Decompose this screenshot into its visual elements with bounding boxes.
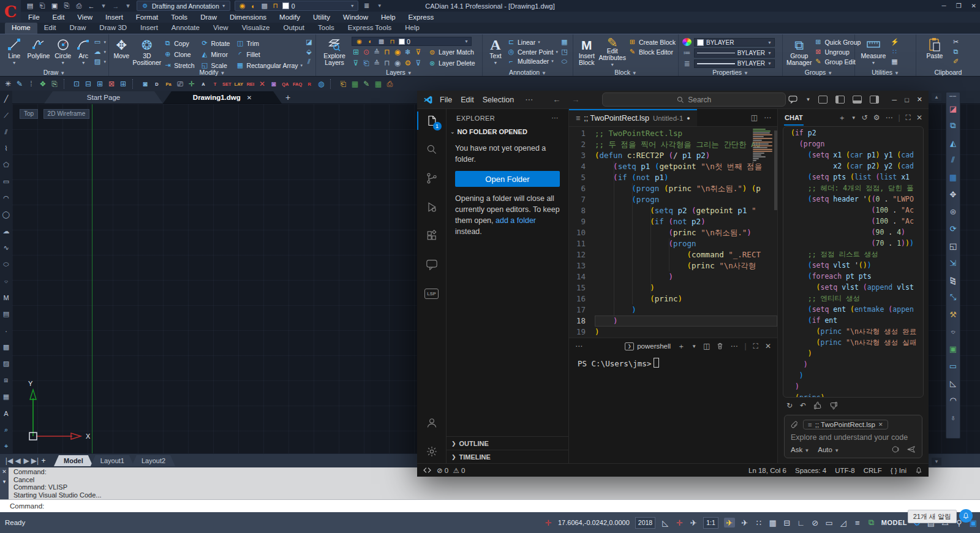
- redo-dropdown-icon[interactable]: ▾: [124, 1, 132, 11]
- text-style-icon[interactable]: ◳: [560, 48, 568, 56]
- chat-history-icon[interactable]: ↺: [862, 113, 868, 122]
- minimize-button[interactable]: ─: [942, 2, 946, 9]
- toggle-panel-icon[interactable]: [853, 96, 862, 104]
- ruler-icon[interactable]: ⊟: [783, 518, 791, 527]
- layer-freeze-icon[interactable]: ◐: [249, 1, 258, 11]
- split-editor-icon[interactable]: ◫: [751, 113, 758, 122]
- dynamic-input-icon[interactable]: ⧉: [867, 518, 876, 527]
- menu-item[interactable]: Edit: [53, 13, 65, 21]
- run-debug-icon[interactable]: [417, 199, 447, 215]
- menu-item[interactable]: Express: [409, 13, 434, 21]
- menu-item[interactable]: Modify: [279, 13, 300, 21]
- notifications-bell-icon[interactable]: [915, 467, 922, 474]
- draft-active-icon[interactable]: ✈: [724, 518, 735, 527]
- circle-button[interactable]: Circle▼: [52, 36, 74, 68]
- draw-tool-icon[interactable]: ▨: [2, 355, 10, 372]
- layer-dropdown[interactable]: ◉ ◐ ▩ ⊓ 0 ▼: [352, 37, 472, 46]
- lineweight-icon[interactable]: ≣: [682, 59, 692, 68]
- command-input[interactable]: Command:: [0, 499, 980, 512]
- lsp-extension-icon[interactable]: LSP: [417, 285, 447, 301]
- modify-tool-icon[interactable]: ◺: [949, 374, 957, 391]
- back-icon[interactable]: ←: [548, 95, 565, 104]
- toolbar-icon[interactable]: ✎: [15, 79, 24, 89]
- vscode-minimize-button[interactable]: ─: [892, 96, 897, 104]
- insert-block-button[interactable]: M Insert Block: [577, 36, 597, 68]
- draw-tool-icon[interactable]: ☁: [2, 223, 10, 240]
- toggle-sidebar-icon[interactable]: [835, 96, 845, 104]
- layer-tool-icon[interactable]: ≙: [372, 58, 381, 68]
- modify-tool-icon[interactable]: ⚒: [949, 306, 957, 323]
- terminal-instance[interactable]: ❯ powershell: [625, 342, 671, 350]
- draw-tool-icon[interactable]: ⫽: [2, 124, 10, 140]
- undo-icon[interactable]: ↶: [800, 401, 806, 410]
- tool-trim[interactable]: ◫Trim: [236, 38, 303, 48]
- regenerate-icon[interactable]: ↻: [786, 401, 793, 410]
- toolbar-grip[interactable]: ┅┅: [949, 94, 957, 100]
- remove-attachment-icon[interactable]: ✕: [878, 421, 883, 428]
- thumbs-up-icon[interactable]: [813, 401, 822, 410]
- close-icon[interactable]: ✕: [2, 469, 7, 475]
- ribbon-tab[interactable]: Draw: [63, 23, 93, 34]
- layer-combo[interactable]: ◉◐▩⊓ 0 ▼: [235, 1, 358, 11]
- voice-icon[interactable]: [891, 445, 900, 453]
- draw-tool-icon[interactable]: ⌖: [2, 438, 10, 455]
- layer-tool-icon[interactable]: ⊽: [352, 58, 360, 68]
- model-space-badge[interactable]: MODEL: [881, 518, 907, 527]
- tool-multileader[interactable]: ⌐Multileader▾: [507, 58, 558, 65]
- point-style-icon[interactable]: ∷: [891, 48, 899, 56]
- draw-tool-icon[interactable]: ╱: [2, 91, 10, 107]
- tool-rotate[interactable]: ⟳Rotate: [201, 38, 230, 48]
- vscode-restore-button[interactable]: □: [905, 96, 909, 104]
- toolbar-icon[interactable]: ⎘: [50, 79, 59, 89]
- chat-input-box[interactable]: ≡ ;; TwoPointRect.lsp ✕ Explore and unde…: [784, 415, 922, 458]
- explode-icon[interactable]: ⬙: [305, 48, 313, 56]
- layer-tool-icon[interactable]: ⊽: [414, 58, 423, 68]
- draft-icon[interactable]: ✈: [689, 518, 698, 527]
- cadian-logo[interactable]: C: [0, 0, 21, 23]
- 3d-positioner-button[interactable]: ❂ 3D Positioner: [133, 36, 162, 68]
- toolbar-icon[interactable]: ⊞: [96, 79, 104, 89]
- menu-item[interactable]: File: [28, 13, 40, 21]
- draw-tool-icon[interactable]: ⌔: [2, 273, 10, 289]
- modified-dot-icon[interactable]: ●: [687, 115, 690, 121]
- modify-tool-icon[interactable]: ▦: [949, 168, 957, 186]
- chat-mode-select[interactable]: Ask ▼: [791, 446, 809, 453]
- text-button[interactable]: A Text▼: [486, 36, 505, 68]
- toolbar-icon[interactable]: QA: [281, 79, 290, 89]
- save-as-icon[interactable]: ⎘: [62, 1, 71, 11]
- save-icon[interactable]: ▣: [50, 1, 59, 11]
- explorer-actions-icon[interactable]: ⋯: [552, 114, 559, 122]
- toolbar-icon[interactable]: ⎗: [339, 79, 347, 89]
- toolbar-icon[interactable]: Pa: [164, 79, 173, 89]
- hatch-icon[interactable]: ▨▾: [93, 58, 106, 66]
- chevron-down-icon[interactable]: ▼: [805, 97, 810, 102]
- arc-button[interactable]: Arc▼: [76, 36, 91, 68]
- toggle-secondary-sidebar-icon[interactable]: [870, 96, 879, 104]
- group-manager-button[interactable]: ⧉ Group Manager: [786, 36, 812, 68]
- add-folder-link[interactable]: add a folder: [496, 216, 536, 225]
- modify-tool-icon[interactable]: ⫽: [949, 151, 957, 168]
- remote-indicator-icon[interactable]: [423, 467, 431, 474]
- polyline-button[interactable]: Polyline: [28, 36, 50, 68]
- revision-cloud-icon[interactable]: ☁▾: [93, 48, 106, 56]
- modify-tool-icon[interactable]: ⌔: [949, 323, 957, 340]
- toolbar-icon[interactable]: ◙: [141, 79, 149, 89]
- toolbar-icon[interactable]: R: [305, 79, 314, 89]
- ribbon-tab[interactable]: Visualize: [235, 23, 277, 34]
- source-control-icon[interactable]: [417, 170, 447, 186]
- explorer-icon[interactable]: 1: [417, 113, 447, 129]
- draw-tool-icon[interactable]: ▩: [2, 339, 10, 355]
- menu-item[interactable]: Format: [136, 13, 158, 21]
- toolbar-icon[interactable]: ⎚: [176, 79, 184, 89]
- toolbar-icon[interactable]: LAY: [235, 79, 243, 89]
- forward-icon[interactable]: →: [567, 95, 584, 104]
- layer-tool-icon[interactable]: ⊞: [352, 47, 360, 57]
- toolbar-icon[interactable]: ▦: [374, 79, 382, 89]
- format-badge[interactable]: 2018: [635, 517, 655, 529]
- draw-tool-icon[interactable]: A: [2, 405, 10, 421]
- snap-mode-icon[interactable]: ∷: [755, 518, 763, 527]
- ribbon-tab[interactable]: Tools: [311, 23, 341, 34]
- workspace-selector[interactable]: ⚙ Drafting and Annotation ▼: [137, 1, 230, 11]
- tool-mirror[interactable]: ◭Mirror: [201, 49, 230, 59]
- ribbon-tab[interactable]: Draw 3D: [92, 23, 134, 34]
